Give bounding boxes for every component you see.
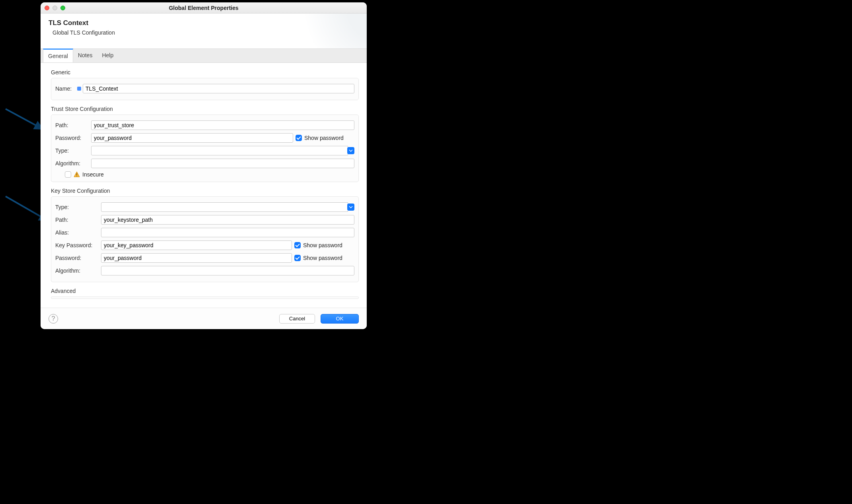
warning-icon [74,171,80,178]
tabs: General Notes Help [41,48,367,63]
key-type-label: Type: [55,204,101,210]
page-subtitle: Global TLS Configuration [53,29,359,36]
tab-notes[interactable]: Notes [73,49,97,62]
info-icon [77,87,81,91]
tab-general[interactable]: General [43,48,73,62]
form-body: Generic Name: Trust Store Configuration … [41,63,367,308]
section-truststore-title: Trust Store Configuration [51,106,359,112]
key-type-input[interactable] [101,202,348,212]
trust-password-input[interactable] [91,133,293,143]
key-alias-label: Alias: [55,229,101,236]
ok-button[interactable]: OK [321,314,359,324]
trust-type-label: Type: [55,147,91,154]
window-title: Global Element Properties [41,5,367,11]
tab-help[interactable]: Help [97,49,118,62]
trust-path-input[interactable] [91,120,354,130]
key-password-label: Password: [55,255,101,261]
section-truststore: Path: Password: Show password Type: [51,114,359,182]
key-path-label: Path: [55,217,101,223]
svg-line-0 [6,109,44,130]
svg-rect-3 [76,176,77,176]
help-button[interactable]: ? [49,314,58,324]
section-generic-title: Generic [51,69,359,76]
key-keypassword-input[interactable] [101,240,292,250]
page-title: TLS Context [49,19,359,27]
dialog-window: Global Element Properties TLS Context Gl… [41,2,367,329]
key-algorithm-label: Algorithm: [55,268,101,274]
section-keystore-title: Key Store Configuration [51,188,359,194]
section-advanced [51,297,359,299]
key-type-dropdown-icon[interactable] [347,204,354,211]
trust-path-label: Path: [55,122,91,128]
titlebar: Global Element Properties [41,2,367,14]
trust-type-input[interactable] [91,146,348,155]
trust-algorithm-label: Algorithm: [55,160,91,167]
dialog-header: TLS Context Global TLS Configuration [41,14,367,48]
key-keypassword-label: Key Password: [55,242,101,248]
section-advanced-title: Advanced [51,288,359,294]
key-password-show-label: Show password [303,255,342,261]
key-keypassword-show-checkbox[interactable] [294,242,301,248]
key-alias-input[interactable] [101,228,354,237]
svg-rect-2 [76,173,77,175]
trust-show-password-checkbox[interactable] [296,135,302,141]
section-keystore: Type: Path: Alias: Key Password: [51,196,359,282]
trust-password-label: Password: [55,135,91,141]
key-keypassword-show-label: Show password [303,242,342,248]
key-path-input[interactable] [101,215,354,225]
name-input[interactable] [83,84,354,93]
trust-insecure-label: Insecure [82,171,104,178]
cancel-button[interactable]: Cancel [279,314,315,324]
trust-algorithm-input[interactable] [91,159,354,168]
key-algorithm-input[interactable] [101,266,354,275]
section-generic: Name: [51,78,359,100]
key-password-input[interactable] [101,253,292,263]
key-password-show-checkbox[interactable] [294,255,301,261]
dialog-footer: ? Cancel OK [41,308,367,329]
trust-type-dropdown-icon[interactable] [347,147,354,154]
trust-show-password-label: Show password [304,135,344,141]
trust-insecure-checkbox[interactable] [65,171,71,178]
name-label: Name: [55,85,77,92]
